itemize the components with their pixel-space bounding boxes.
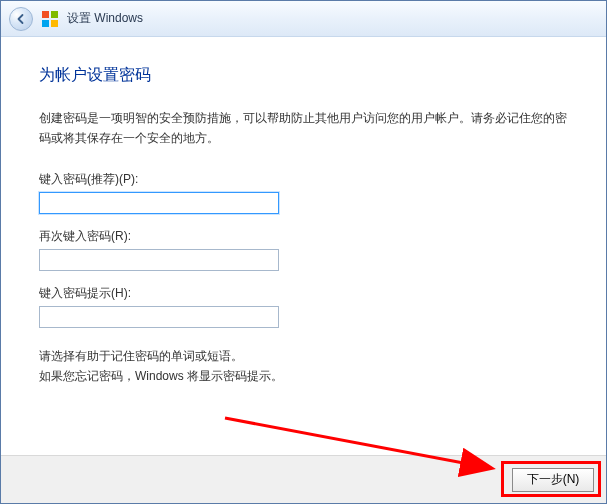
- windows-flag-icon: [41, 10, 59, 28]
- next-button[interactable]: 下一步(N): [512, 468, 594, 492]
- svg-rect-2: [42, 20, 49, 27]
- svg-rect-0: [42, 11, 49, 18]
- hint-line-1: 请选择有助于记住密码的单词或短语。: [39, 346, 568, 366]
- password-hint-input[interactable]: [39, 306, 279, 328]
- back-button[interactable]: [9, 7, 33, 31]
- setup-window: 设置 Windows 为帐户设置密码 创建密码是一项明智的安全预防措施，可以帮助…: [0, 0, 607, 504]
- hint-label: 键入密码提示(H):: [39, 285, 568, 302]
- footer-bar: 下一步(N): [1, 455, 606, 503]
- password-input[interactable]: [39, 192, 279, 214]
- window-title: 设置 Windows: [67, 10, 143, 27]
- confirm-label: 再次键入密码(R):: [39, 228, 568, 245]
- confirm-field-group: 再次键入密码(R):: [39, 228, 568, 271]
- svg-rect-1: [51, 11, 58, 18]
- svg-rect-3: [51, 20, 58, 27]
- titlebar: 设置 Windows: [1, 1, 606, 37]
- password-field-group: 键入密码(推荐)(P):: [39, 171, 568, 214]
- back-arrow-icon: [15, 13, 27, 25]
- content-area: 为帐户设置密码 创建密码是一项明智的安全预防措施，可以帮助防止其他用户访问您的用…: [1, 37, 606, 455]
- page-heading: 为帐户设置密码: [39, 65, 568, 86]
- hint-help-text: 请选择有助于记住密码的单词或短语。 如果您忘记密码，Windows 将显示密码提…: [39, 346, 568, 387]
- hint-line-2: 如果您忘记密码，Windows 将显示密码提示。: [39, 366, 568, 386]
- page-description: 创建密码是一项明智的安全预防措施，可以帮助防止其他用户访问您的用户帐户。请务必记…: [39, 108, 568, 149]
- confirm-password-input[interactable]: [39, 249, 279, 271]
- password-label: 键入密码(推荐)(P):: [39, 171, 568, 188]
- hint-field-group: 键入密码提示(H):: [39, 285, 568, 328]
